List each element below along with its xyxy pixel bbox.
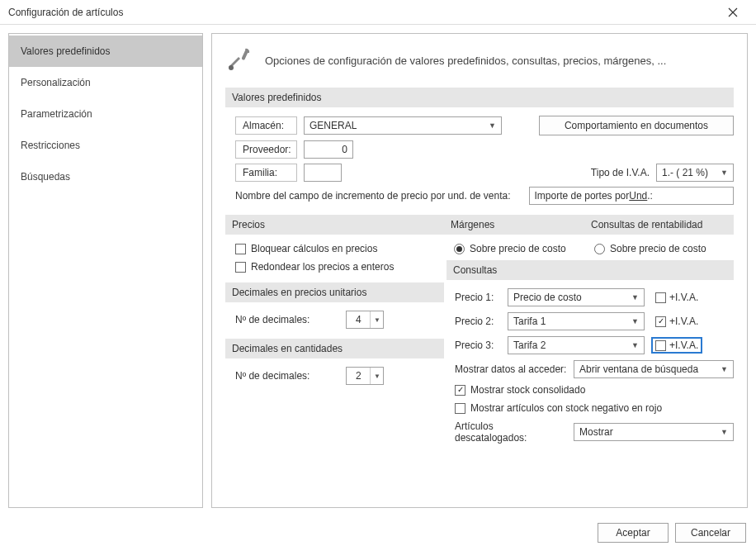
sidebar: Valores predefinidos Personalización Par… — [8, 33, 203, 508]
redondear-checkbox[interactable]: Redondear los precios a enteros — [235, 261, 444, 273]
proveedor-label: Proveedor: — [235, 140, 297, 159]
iva-label: +I.V.A. — [669, 316, 698, 327]
chevron-down-icon: ▼ — [370, 311, 383, 328]
rent-costo-radio[interactable]: Sobre precio de costo — [594, 243, 734, 254]
comportamiento-label: Comportamiento en documentos — [565, 120, 708, 131]
dec-cant-spinner[interactable]: 2 ▼ — [346, 367, 384, 385]
precio2-iva-checkbox[interactable]: ✓ +I.V.A. — [651, 313, 702, 330]
margen-costo-label: Sobre precio de costo — [470, 243, 566, 254]
checkbox-icon — [655, 292, 666, 303]
mostrar-datos-label: Mostrar datos al acceder: — [455, 363, 567, 375]
dec-cant-label: Nº de decimales: — [235, 370, 309, 382]
campo-value-und: Und — [629, 190, 647, 202]
descatalogados-label: Artículos descatalogados: — [455, 420, 567, 444]
ok-button[interactable]: Aceptar — [598, 523, 669, 543]
margen-costo-radio[interactable]: Sobre precio de costo — [454, 243, 584, 254]
stock-negativo-label: Mostrar artículos con stock negativo en … — [470, 402, 662, 414]
bloquear-checkbox[interactable]: Bloquear cálculos en precios — [235, 243, 444, 254]
chevron-down-icon: ▼ — [721, 365, 728, 373]
campo-incremento-label: Nombre del campo de incremento de precio… — [235, 190, 511, 202]
section-consultas: Consultas — [447, 260, 734, 280]
dec-precios-spinner[interactable]: 4 ▼ — [346, 311, 384, 329]
svg-point-1 — [229, 65, 234, 70]
sidebar-item-label: Valores predefinidos — [21, 45, 111, 57]
comportamiento-button[interactable]: Comportamiento en documentos — [539, 116, 734, 135]
stock-negativo-checkbox[interactable]: Mostrar artículos con stock negativo en … — [455, 402, 734, 414]
descatalogados-value: Mostrar — [579, 426, 613, 438]
sidebar-item-valores-predefinidos[interactable]: Valores predefinidos — [9, 36, 202, 67]
chevron-down-icon: ▼ — [721, 169, 728, 177]
almacen-label: Almacén: — [235, 116, 297, 135]
header-text: Opciones de configuración de valores pre… — [265, 55, 666, 67]
section-valores-predefinidos: Valores predefinidos — [225, 88, 734, 107]
rent-costo-label: Sobre precio de costo — [610, 243, 706, 254]
campo-value-pre: Importe de portes por — [535, 190, 630, 202]
sidebar-item-restricciones[interactable]: Restricciones — [9, 130, 202, 161]
precio1-value: Precio de costo — [513, 292, 582, 303]
cancel-button[interactable]: Cancelar — [675, 523, 746, 543]
campo-value-post: .: — [647, 190, 653, 202]
window-title: Configuración de artículos — [8, 7, 716, 18]
sidebar-item-personalizacion[interactable]: Personalización — [9, 67, 202, 98]
bloquear-label: Bloquear cálculos en precios — [251, 243, 377, 254]
dec-precios-label: Nº de decimales: — [235, 314, 309, 325]
tipo-iva-select[interactable]: 1.- ( 21 %) ▼ — [656, 164, 734, 182]
tools-icon — [225, 45, 253, 76]
checkbox-icon — [655, 340, 666, 351]
section-precios: Precios — [225, 215, 444, 235]
precio1-label: Precio 1: — [455, 292, 501, 303]
precio1-select[interactable]: Precio de costo ▼ — [508, 288, 645, 306]
tipo-iva-value: 1.- ( 21 %) — [662, 167, 708, 178]
precio3-value: Tarifa 2 — [513, 339, 546, 351]
precio3-select[interactable]: Tarifa 2 ▼ — [508, 336, 645, 354]
tipo-iva-label: Tipo de I.V.A. — [591, 167, 650, 178]
familia-input[interactable] — [304, 164, 342, 182]
chevron-down-icon: ▼ — [631, 341, 639, 349]
section-dec-cant: Decimales en cantidades — [225, 339, 444, 358]
section-dec-precios: Decimales en precios unitarios — [225, 282, 444, 302]
sidebar-item-label: Búsquedas — [21, 171, 70, 183]
ok-label: Aceptar — [616, 527, 650, 539]
precio2-value: Tarifa 1 — [513, 316, 546, 327]
checkbox-icon — [235, 244, 246, 254]
almacen-value: GENERAL — [309, 120, 357, 131]
dialog-footer: Aceptar Cancelar — [0, 518, 756, 546]
precio3-label: Precio 3: — [455, 339, 501, 351]
sidebar-item-parametrizacion[interactable]: Parametrización — [9, 98, 202, 130]
radio-icon — [454, 244, 465, 254]
close-icon — [728, 7, 738, 17]
close-button[interactable] — [716, 1, 749, 24]
chevron-down-icon: ▼ — [370, 368, 383, 384]
chevron-down-icon: ▼ — [631, 317, 639, 325]
cancel-label: Cancelar — [691, 527, 730, 539]
checkbox-icon — [235, 262, 246, 273]
precio1-iva-checkbox[interactable]: +I.V.A. — [651, 289, 702, 306]
almacen-select[interactable]: GENERAL ▼ — [304, 116, 502, 135]
descatalogados-select[interactable]: Mostrar ▼ — [574, 423, 734, 441]
mostrar-datos-select[interactable]: Abrir ventana de búsqueda ▼ — [574, 360, 734, 378]
familia-label: Familia: — [235, 164, 297, 182]
sidebar-item-busquedas[interactable]: Búsquedas — [9, 161, 202, 192]
checkbox-icon: ✓ — [655, 316, 666, 327]
radio-icon — [594, 244, 605, 254]
chevron-down-icon: ▼ — [489, 121, 496, 130]
mostrar-datos-value: Abrir ventana de búsqueda — [579, 363, 698, 375]
chevron-down-icon: ▼ — [721, 428, 728, 436]
precio2-label: Precio 2: — [455, 316, 501, 327]
precio3-iva-checkbox[interactable]: +I.V.A. — [651, 337, 702, 354]
dec-cant-value: 2 — [347, 368, 370, 384]
redondear-label: Redondear los precios a enteros — [251, 261, 394, 273]
chevron-down-icon: ▼ — [631, 293, 639, 301]
iva-label: +I.V.A. — [669, 339, 698, 351]
stock-consolidado-checkbox[interactable]: ✓ Mostrar stock consolidado — [455, 384, 734, 396]
dec-precios-value: 4 — [347, 311, 370, 328]
main-panel: Opciones de configuración de valores pre… — [211, 33, 748, 508]
precio2-select[interactable]: Tarifa 1 ▼ — [508, 312, 645, 330]
sidebar-item-label: Restricciones — [21, 140, 80, 151]
campo-incremento-input[interactable]: Importe de portes por Und.: — [529, 187, 734, 205]
proveedor-input[interactable] — [304, 140, 353, 159]
checkbox-icon — [455, 403, 465, 414]
stock-consolidado-label: Mostrar stock consolidado — [470, 384, 585, 396]
sidebar-item-label: Personalización — [21, 77, 91, 88]
titlebar: Configuración de artículos — [0, 0, 756, 25]
